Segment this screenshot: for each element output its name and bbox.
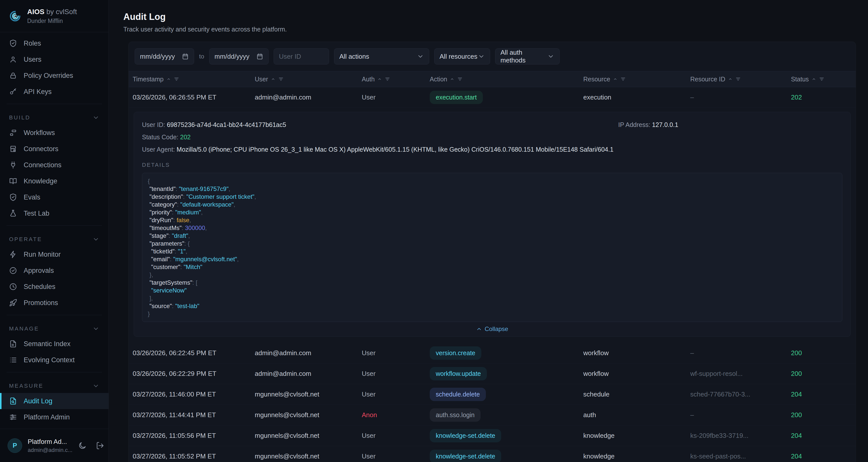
table-row[interactable]: 03/26/2026, 06:22:29 PM ETadmin@admin.co… [129, 364, 856, 384]
detail-user-id: User ID: 69875236-a74d-4ca1-bb24-4c4177b… [142, 119, 618, 132]
chevron-up-icon [476, 326, 482, 332]
sidebar-section-build[interactable]: BUILD [0, 108, 108, 125]
detail-status-code: Status Code: 202 [142, 132, 842, 144]
status-cell: 200 [787, 411, 856, 419]
filter-icon[interactable] [620, 76, 626, 82]
sidebar-item-evals[interactable]: Evals [0, 189, 108, 205]
date-from-input[interactable]: mm/dd/yyyy [135, 48, 194, 64]
sidebar-item-knowledge[interactable]: Knowledge [0, 173, 108, 189]
table-body: 03/26/2026, 06:26:55 PM ETadmin@admin.co… [129, 87, 856, 462]
filter-icon[interactable] [278, 76, 284, 82]
file-text-icon [9, 340, 17, 348]
filter-icon[interactable] [385, 76, 390, 82]
sidebar-item-label: Policy Overrides [24, 72, 73, 80]
table-row[interactable]: 03/27/2026, 11:44:41 PM ETmgunnels@cvlso… [129, 405, 856, 426]
sort-icon[interactable] [377, 77, 382, 82]
sort-icon[interactable] [811, 77, 816, 82]
filter-icon[interactable] [819, 76, 825, 82]
action-badge: schedule.delete [430, 388, 486, 401]
sidebar-item-api-keys[interactable]: API Keys [0, 84, 108, 100]
sidebar-item-semantic-index[interactable]: Semantic Index [0, 336, 108, 352]
plug-icon [9, 161, 17, 169]
check-circle-icon [9, 266, 17, 275]
timestamp-cell: 03/27/2026, 11:46:00 PM ET [129, 391, 251, 398]
actions-filter-select[interactable]: All actions [334, 48, 429, 64]
action-cell: version.create [426, 346, 579, 360]
sort-icon[interactable] [613, 77, 618, 82]
resource-id-cell: – [686, 411, 787, 419]
calendar-icon[interactable] [182, 53, 189, 60]
sidebar-item-run-monitor[interactable]: Run Monitor [0, 247, 108, 262]
table-row[interactable]: 03/26/2026, 06:22:45 PM ETadmin@admin.co… [129, 343, 856, 364]
sort-icon[interactable] [166, 77, 171, 82]
shield-check-icon [9, 193, 17, 201]
expanded-row-detail: User ID: 69875236-a74d-4ca1-bb24-4c4177b… [134, 112, 850, 337]
sidebar-item-label: Connections [24, 161, 61, 169]
column-header-auth: Auth [358, 76, 426, 83]
sort-icon[interactable] [728, 77, 733, 82]
sidebar-item-test-lab[interactable]: Test Lab [0, 205, 108, 222]
timestamp-cell: 03/27/2026, 11:05:52 PM ET [129, 453, 251, 460]
calendar-icon[interactable] [256, 53, 263, 60]
sidebar-item-label: Audit Log [24, 397, 52, 405]
sidebar-item-approvals[interactable]: Approvals [0, 262, 108, 279]
table-row[interactable]: 03/26/2026, 06:26:55 PM ETadmin@admin.co… [129, 87, 856, 108]
sidebar-item-audit-log[interactable]: Audit Log [0, 393, 108, 409]
detail-ip: IP Address: 127.0.0.1 [618, 119, 842, 132]
action-cell: knowledge-set.delete [426, 450, 579, 462]
user-cell: admin@admin.com [251, 349, 358, 357]
rocket-icon [9, 299, 17, 307]
table-row[interactable]: 03/27/2026, 11:05:52 PM ETmgunnels@cvlso… [129, 446, 856, 462]
table-row[interactable]: 03/27/2026, 11:46:00 PM ETmgunnels@cvlso… [129, 384, 856, 405]
auth-cell: Anon [358, 411, 426, 419]
auth-value: User [362, 432, 376, 439]
sidebar-item-platform-admin[interactable]: Platform Admin [0, 409, 108, 425]
user-cell: admin@admin.com [251, 93, 358, 101]
sort-icon[interactable] [271, 77, 276, 82]
sidebar-item-users[interactable]: Users [0, 51, 108, 67]
filter-icon[interactable] [735, 76, 741, 82]
sidebar-item-roles[interactable]: Roles [0, 35, 108, 51]
page-subtitle: Track user activity and security events … [123, 26, 856, 33]
sidebar-section-manage[interactable]: MANAGE [0, 319, 108, 336]
date-to-value: mm/dd/yyyy [215, 53, 249, 60]
clock-icon [9, 283, 17, 291]
user-id-input[interactable]: User ID [274, 48, 329, 64]
details-json-block: { "tenantId": "tenant-916757c9", "descri… [142, 173, 842, 322]
auth-cell: User [358, 370, 426, 378]
sidebar-item-schedules[interactable]: Schedules [0, 279, 108, 295]
filter-bar: mm/dd/yyyy to mm/dd/yyyy User ID All act… [129, 42, 856, 71]
section-label: MEASURE [9, 383, 43, 389]
sidebar-item-promotions[interactable]: Promotions [0, 295, 108, 311]
filter-icon[interactable] [457, 76, 463, 82]
sidebar-section-operate[interactable]: OPERATE [0, 230, 108, 247]
sidebar-item-policy-overrides[interactable]: Policy Overrides [0, 67, 108, 84]
date-to-input[interactable]: mm/dd/yyyy [209, 48, 269, 64]
auth-methods-filter-select[interactable]: All auth methods [495, 48, 560, 64]
chevron-down-icon [417, 53, 424, 60]
sidebar-item-label: Connectors [24, 145, 58, 153]
table-row[interactable]: 03/27/2026, 11:05:56 PM ETmgunnels@cvlso… [129, 426, 856, 446]
sort-icon[interactable] [450, 77, 455, 82]
dark-mode-toggle[interactable] [78, 441, 87, 450]
sidebar-item-connections[interactable]: Connections [0, 157, 108, 173]
sidebar-item-evolving-context[interactable]: Evolving Context [0, 352, 108, 368]
book-open-icon [9, 177, 17, 185]
resources-filter-select[interactable]: All resources [434, 48, 490, 64]
sidebar-item-workflows[interactable]: Workflows [0, 125, 108, 141]
sidebar-item-label: Users [24, 56, 41, 63]
sidebar-item-connectors[interactable]: Connectors [0, 141, 108, 157]
sidebar-item-label: Approvals [24, 267, 54, 275]
avatar[interactable]: P [7, 438, 22, 453]
sidebar-item-label: Schedules [24, 283, 55, 291]
filter-icon[interactable] [174, 76, 179, 82]
user-icon [9, 55, 17, 63]
resource-id-cell: – [686, 349, 787, 357]
logout-button[interactable] [96, 441, 104, 450]
sidebar-section-measure[interactable]: MEASURE [0, 376, 108, 393]
store-icon [9, 145, 17, 153]
collapse-button[interactable]: Collapse [142, 325, 842, 333]
user-cell: mgunnels@cvlsoft.net [251, 432, 358, 440]
action-cell: knowledge-set.delete [426, 429, 579, 442]
app-title: AIOS by cvlSoft [27, 8, 77, 16]
